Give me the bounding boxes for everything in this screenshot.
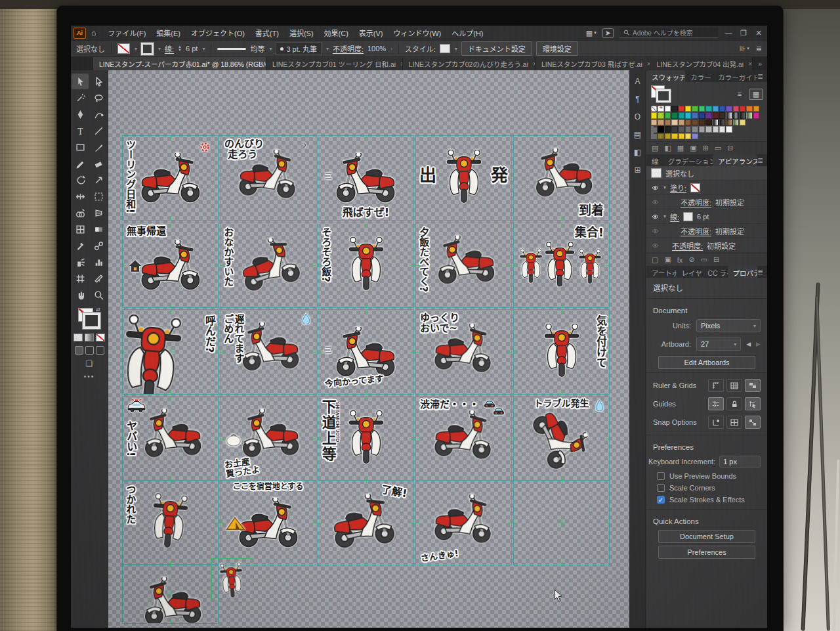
appearance-fill-opacity-row[interactable]: 不透明度: 初期設定: [646, 195, 767, 209]
corner-ruler-icon[interactable]: [708, 379, 724, 392]
menu-item[interactable]: オブジェクト(O): [191, 30, 245, 37]
motorcycle-art[interactable]: [543, 239, 577, 290]
tool-magic-wand[interactable]: [72, 90, 89, 106]
gradient-mode-button[interactable]: [85, 334, 94, 341]
swatch[interactable]: [685, 126, 691, 132]
sticker-artboard[interactable]: 今向かってます: [318, 309, 414, 395]
swatch[interactable]: [753, 112, 759, 118]
motorcycle-art[interactable]: [429, 492, 497, 548]
swatch[interactable]: [699, 106, 705, 112]
snap-grid-icon[interactable]: [726, 416, 742, 429]
appearance-stroke-opacity-row[interactable]: 不透明度: 初期設定: [646, 224, 767, 238]
visibility-eye-icon[interactable]: [651, 213, 660, 220]
swatch[interactable]: [665, 126, 671, 132]
tool-type[interactable]: T: [72, 123, 89, 139]
sticker-artboard[interactable]: 呼んだ?: [122, 309, 219, 395]
swatch[interactable]: [719, 106, 725, 112]
touch-workspace-icon[interactable]: ➤: [602, 28, 614, 38]
swatch[interactable]: [692, 106, 698, 112]
motorcycle-art[interactable]: [526, 397, 597, 477]
tool-curvature[interactable]: [90, 106, 107, 122]
swatch[interactable]: [692, 112, 698, 118]
swatch[interactable]: [679, 120, 684, 125]
preferences-button-top[interactable]: 環境設定: [536, 41, 578, 56]
document-tab[interactable]: LINEスタンプカブ03 飛ばすぜ.ai×: [536, 57, 650, 70]
tool-blend[interactable]: [90, 238, 107, 253]
swatch[interactable]: [713, 120, 719, 125]
swatch[interactable]: [658, 120, 663, 125]
swatch[interactable]: [679, 126, 684, 132]
swatch[interactable]: [726, 106, 732, 112]
swatch-folder-icon[interactable]: [651, 134, 657, 139]
swatch[interactable]: [719, 112, 725, 118]
swatch[interactable]: [651, 112, 657, 118]
tool-slice[interactable]: [90, 271, 107, 286]
document-setup-button[interactable]: ドキュメント設定: [461, 41, 532, 56]
tab-appearance-グラデーション[interactable]: グラデーション: [663, 154, 713, 166]
swatches-footer-icon-5[interactable]: ▭: [715, 144, 721, 152]
transparency-grid-icon[interactable]: [745, 379, 761, 392]
keyboard-increment-input[interactable]: 1 px: [719, 456, 761, 468]
menu-item[interactable]: 効果(C): [324, 30, 348, 37]
swatches-footer-icon-0[interactable]: ▤: [652, 144, 658, 152]
motorcycle-art[interactable]: [432, 233, 500, 288]
sticker-artboard[interactable]: 気を付けて: [513, 309, 610, 395]
snap-pixel-icon[interactable]: [745, 416, 761, 429]
motorcycle-art[interactable]: [122, 309, 189, 395]
opacity-link[interactable]: 不透明度:: [333, 43, 364, 54]
home-icon[interactable]: ⌂: [91, 28, 96, 37]
motorcycle-art[interactable]: [530, 146, 598, 200]
character-panel-icon[interactable]: A: [635, 77, 640, 86]
visibility-eye-icon[interactable]: [651, 228, 660, 234]
swatch[interactable]: [705, 126, 711, 132]
motorcycle-art[interactable]: [136, 240, 205, 293]
motorcycle-art[interactable]: [217, 561, 246, 601]
swatch[interactable]: [746, 112, 752, 118]
motorcycle-art[interactable]: [577, 248, 603, 285]
motorcycle-art[interactable]: [325, 492, 401, 553]
appearance-footer-icon-3[interactable]: ⊘: [688, 255, 694, 264]
menu-item[interactable]: ファイル(F): [108, 30, 146, 37]
tool-width[interactable]: [72, 188, 89, 204]
tool-gradient[interactable]: [90, 221, 107, 237]
swatch[interactable]: [713, 112, 719, 118]
sticker-artboard[interactable]: ゆっくり おいで~: [415, 309, 512, 395]
tool-symbol-sprayer[interactable]: [72, 254, 89, 270]
swatch[interactable]: [733, 112, 739, 118]
close-button[interactable]: ✕: [754, 29, 763, 37]
motorcycle-art[interactable]: [232, 232, 307, 297]
swatch[interactable]: [665, 106, 671, 112]
links-panel-icon[interactable]: ⊞: [634, 165, 640, 175]
swatch[interactable]: [692, 120, 698, 125]
sticker-artboard[interactable]: 夕飯たべてく?: [415, 223, 512, 308]
checkbox-icon[interactable]: ✓: [657, 496, 665, 504]
tab-properties-レイヤー[interactable]: レイヤー: [677, 266, 703, 278]
canvas[interactable]: ツーリング日和!♪のんびり 走ろう飛ばすぜ!出発到着無事帰還おなかすいたそろそろ…: [108, 70, 629, 628]
checkbox-scale-corners[interactable]: Scale Corners: [646, 482, 767, 494]
stroke-panel-link[interactable]: 線:: [165, 43, 174, 54]
sticker-artboard[interactable]: 渋滞だ・・・: [415, 396, 512, 481]
motorcycle-art[interactable]: [138, 406, 207, 461]
sticker-artboard[interactable]: 了解!: [318, 480, 414, 565]
appearance-footer-icon-0[interactable]: ▢: [652, 255, 658, 264]
sticker-artboard[interactable]: [122, 564, 219, 624]
swatch[interactable]: [733, 120, 739, 125]
swatch[interactable]: [679, 106, 684, 112]
motorcycle-art[interactable]: [236, 406, 304, 461]
tool-scale[interactable]: [90, 172, 107, 188]
paragraph-panel-icon[interactable]: ¶: [635, 95, 639, 104]
sticker-artboard[interactable]: 集合!: [513, 223, 610, 308]
swatch[interactable]: [699, 126, 705, 132]
help-search-input[interactable]: Adobe ヘルプを検索: [620, 28, 718, 38]
tool-eyedropper[interactable]: [72, 238, 89, 253]
swatch[interactable]: [679, 112, 684, 118]
tab-swatches-スウォッチ[interactable]: スウォッチ: [646, 70, 685, 82]
swatch[interactable]: [671, 112, 677, 118]
document-tab[interactable]: LINEスタンプ-スーパーカブ赤01.ai* @ 18.86% (RGB/CPU…: [93, 57, 266, 70]
sticker-artboard[interactable]: ♪のんびり 走ろう: [220, 135, 316, 221]
menu-item[interactable]: ウィンドウ(W): [394, 30, 442, 37]
appearance-footer-icon-5[interactable]: ⊟: [713, 255, 719, 264]
sticker-artboard[interactable]: ツーリング日和!: [122, 135, 219, 221]
motorcycle-art[interactable]: [346, 232, 387, 295]
swatch[interactable]: [699, 112, 705, 118]
